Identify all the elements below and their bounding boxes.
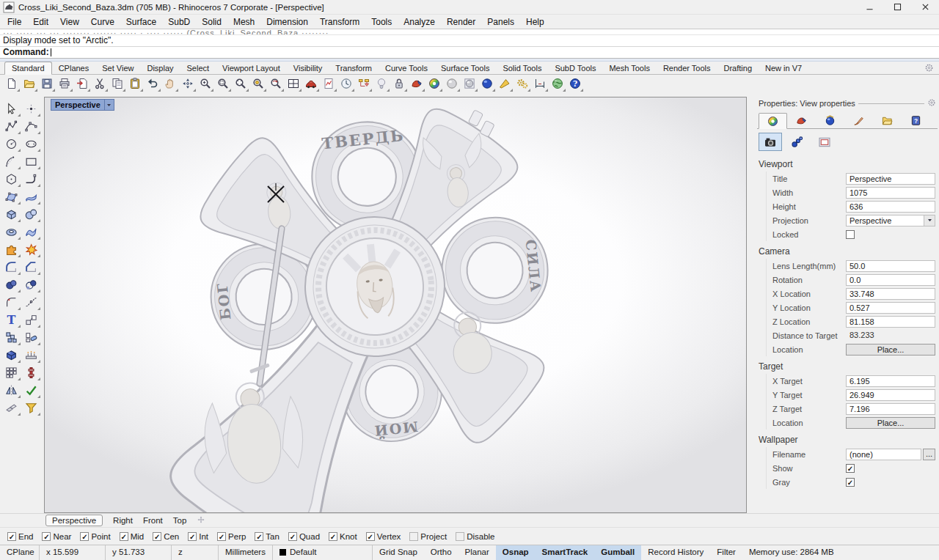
pan-button[interactable] xyxy=(161,75,179,92)
spotlight-button[interactable] xyxy=(496,75,514,92)
viewport-tab-perspective[interactable]: Perspective xyxy=(45,515,103,526)
osnap-cen[interactable]: ✓Cen xyxy=(153,532,179,541)
command-input[interactable]: Command: xyxy=(0,46,939,58)
macro-editor-button[interactable] xyxy=(355,75,373,92)
prop-checkbox-locked[interactable] xyxy=(846,230,855,239)
toolbar-tab-drafting[interactable]: Drafting xyxy=(717,62,759,74)
dolly-page-button[interactable] xyxy=(786,133,809,151)
panel-tab-folder[interactable] xyxy=(873,112,902,128)
named-views-button[interactable] xyxy=(302,75,320,92)
patch-button[interactable] xyxy=(21,223,41,240)
arrange-button[interactable] xyxy=(1,328,21,346)
platform-button[interactable] xyxy=(21,346,41,364)
lock-button[interactable] xyxy=(390,75,408,92)
grid-array-button[interactable] xyxy=(1,364,21,381)
menu-dimension[interactable]: Dimension xyxy=(260,17,314,27)
surface-cp-button[interactable] xyxy=(1,188,21,205)
menu-edit[interactable]: Edit xyxy=(27,17,54,27)
menu-file[interactable]: File xyxy=(1,17,27,27)
ghosted-mode-button[interactable] xyxy=(443,75,461,92)
osnap-checkbox-near[interactable]: ✓ xyxy=(42,532,51,541)
osnap-checkbox-quad[interactable]: ✓ xyxy=(288,532,297,541)
polyline-button[interactable] xyxy=(1,117,21,135)
new-file-button[interactable] xyxy=(3,75,21,92)
toolbar-tab-render-tools[interactable]: Render Tools xyxy=(657,62,717,74)
toolbar-tab-transform[interactable]: Transform xyxy=(329,62,379,74)
prop-checkbox-show[interactable]: ✓ xyxy=(846,464,855,473)
funnel-button[interactable] xyxy=(21,399,41,416)
osnap-checkbox-int[interactable]: ✓ xyxy=(188,532,197,541)
menu-solid[interactable]: Solid xyxy=(196,17,227,27)
toolbar-tab-new-in-v7[interactable]: New in V7 xyxy=(759,62,808,74)
panel-tab-pen[interactable] xyxy=(844,112,873,128)
rectangle-button[interactable] xyxy=(21,152,41,170)
mirror-button[interactable] xyxy=(1,381,21,399)
zoom-extents-button[interactable] xyxy=(232,75,249,92)
status-gumball[interactable]: Gumball xyxy=(594,545,641,560)
fillet-edge-button[interactable] xyxy=(1,258,21,276)
prop-value-x-location[interactable]: 33.748 xyxy=(846,288,935,300)
osnap-checkbox-point[interactable]: ✓ xyxy=(80,532,89,541)
toolbar-tab-select[interactable]: Select xyxy=(180,62,216,74)
osnap-disable[interactable]: Disable xyxy=(456,532,494,541)
osnap-checkbox-end[interactable]: ✓ xyxy=(7,532,16,541)
filename-field[interactable]: (none) xyxy=(846,449,921,460)
viewport-tab-top[interactable]: Top xyxy=(173,516,187,525)
toolbar-tab-display[interactable]: Display xyxy=(140,62,180,74)
menu-curve[interactable]: Curve xyxy=(85,17,120,27)
prop-value-z-target[interactable]: 7.196 xyxy=(846,403,935,415)
frame-page-button[interactable] xyxy=(813,133,836,151)
prop-button-location[interactable]: Place... xyxy=(846,344,935,355)
toolbar-tab-solid-tools[interactable]: Solid Tools xyxy=(496,62,548,74)
prop-value-height[interactable]: 636 xyxy=(846,201,935,213)
viewport-layout-button[interactable] xyxy=(285,75,302,92)
osnap-checkbox-vertex[interactable]: ✓ xyxy=(366,532,375,541)
panel-tab-material[interactable] xyxy=(787,112,816,128)
perspective-viewport[interactable]: Perspective xyxy=(44,97,747,513)
torus-button[interactable] xyxy=(1,223,21,240)
explode-button[interactable] xyxy=(21,240,41,258)
menu-surface[interactable]: Surface xyxy=(120,17,162,27)
curve-cp-button[interactable] xyxy=(21,117,41,135)
status-grid-snap[interactable]: Grid Snap xyxy=(373,545,424,560)
osnap-int[interactable]: ✓Int xyxy=(188,532,208,541)
prop-value-x-target[interactable]: 6.195 xyxy=(846,375,935,387)
chamfer-edge-button[interactable] xyxy=(21,258,41,276)
bool-diff-button[interactable] xyxy=(21,276,41,293)
rendered-mode-button[interactable] xyxy=(425,75,443,92)
pan-viewports-icon[interactable] xyxy=(197,515,205,526)
osnap-point[interactable]: ✓Point xyxy=(80,532,110,541)
osnap-project[interactable]: Project xyxy=(409,532,447,541)
menu-transform[interactable]: Transform xyxy=(314,17,365,27)
osnap-knot[interactable]: ✓Knot xyxy=(329,532,357,541)
osnap-mid[interactable]: ✓Mid xyxy=(120,532,145,541)
prop-value-z-location[interactable]: 81.158 xyxy=(846,316,935,328)
curve-free-button[interactable] xyxy=(21,170,41,188)
rotate-view-button[interactable] xyxy=(179,75,197,92)
group-button[interactable] xyxy=(1,399,21,416)
menu-mesh[interactable]: Mesh xyxy=(227,17,260,27)
prop-button-location[interactable]: Place... xyxy=(846,417,935,429)
dimension-button[interactable] xyxy=(531,75,549,92)
toolbar-tab-viewport-layout[interactable]: Viewport Layout xyxy=(216,62,287,74)
status-default[interactable]: Default xyxy=(273,545,373,560)
osnap-end[interactable]: ✓End xyxy=(7,532,33,541)
close-icon[interactable] xyxy=(911,0,939,14)
chevron-down-icon[interactable] xyxy=(104,100,114,110)
bool-union-button[interactable] xyxy=(1,276,21,293)
status-smarttrack[interactable]: SmartTrack xyxy=(536,545,595,560)
osnap-perp[interactable]: ✓Perp xyxy=(217,532,246,541)
toolbar-tab-curve-tools[interactable]: Curve Tools xyxy=(379,62,434,74)
puzzle-button[interactable] xyxy=(1,240,21,258)
column-array-button[interactable] xyxy=(21,364,41,381)
status-record-history[interactable]: Record History xyxy=(641,545,710,560)
arc-button[interactable] xyxy=(1,152,21,170)
open-file-button[interactable] xyxy=(21,75,38,92)
lamp-button[interactable] xyxy=(373,75,390,92)
panel-tab-properties[interactable] xyxy=(759,113,787,129)
status-ortho[interactable]: Ortho xyxy=(424,545,458,560)
prop-value-projection[interactable]: Perspective xyxy=(846,215,935,226)
options-button[interactable] xyxy=(514,75,531,92)
zoom-dynamic-button[interactable] xyxy=(197,75,214,92)
menu-subd[interactable]: SubD xyxy=(162,17,196,27)
